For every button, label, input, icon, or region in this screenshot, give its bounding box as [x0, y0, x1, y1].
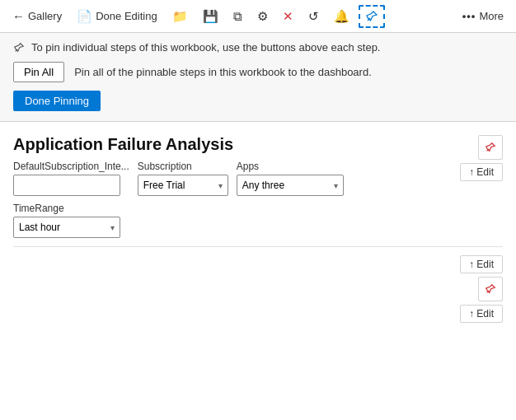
param-1-input[interactable] — [13, 175, 120, 196]
section-2-pin-button[interactable] — [478, 277, 503, 301]
section-2: ↑ Edit — [13, 277, 503, 326]
parameters-row: DefaultSubscription_Inte... Subscription… — [13, 161, 503, 196]
param-2-select[interactable]: Free Trial ▾ — [138, 175, 228, 196]
pin-all-description: Pin all of the pinnable steps in this wo… — [74, 66, 372, 78]
param-4-label: TimeRange — [13, 203, 120, 214]
section-1-pin-button[interactable] — [478, 135, 503, 160]
section-1-edit-button[interactable]: ↑ Edit — [460, 163, 503, 181]
pin-all-button[interactable]: Pin All — [13, 62, 64, 82]
more-section: ••• More — [457, 6, 509, 26]
refresh-icon: ↺ — [308, 9, 319, 24]
done-editing-label: Done Editing — [96, 10, 157, 22]
folder-button[interactable]: 📁 — [167, 5, 194, 28]
close-button[interactable]: ✕ — [277, 5, 299, 28]
pin-all-row: Pin All Pin all of the pinnable steps in… — [13, 62, 503, 82]
section-2-pin-icon — [485, 283, 496, 295]
notification-button[interactable]: 🔔 — [328, 5, 355, 28]
section-1: ↑ Edit Application Failure Analysis Defa… — [13, 135, 503, 238]
param-group-3: Apps Any three ▾ — [237, 161, 344, 196]
param-3-value: Any three — [242, 180, 284, 191]
edit-doc-icon: 📄 — [77, 9, 92, 24]
done-editing-button[interactable]: 📄 Done Editing — [71, 5, 162, 28]
param-1-label: DefaultSubscription_Inte... — [13, 161, 129, 172]
gear-icon: ⚙ — [257, 9, 268, 24]
folder-icon: 📁 — [172, 9, 188, 24]
separator-1 — [13, 246, 503, 247]
more-label: More — [479, 10, 504, 22]
section-1-title: Application Failure Analysis — [13, 135, 503, 154]
param-4-select[interactable]: Last hour ▾ — [13, 217, 120, 238]
bell-icon: 🔔 — [334, 9, 349, 24]
param-2-chevron-icon: ▾ — [218, 181, 223, 190]
param-3-chevron-icon: ▾ — [334, 181, 338, 190]
param-3-select[interactable]: Any three ▾ — [237, 175, 344, 196]
parameters-row-2: TimeRange Last hour ▾ — [13, 203, 503, 238]
section-1-actions: ↑ Edit — [460, 135, 503, 181]
pin-banner: To pin individual steps of this workbook… — [0, 33, 516, 122]
done-pinning-button[interactable]: Done Pinning — [13, 91, 101, 111]
param-group-1: DefaultSubscription_Inte... — [13, 161, 129, 196]
back-arrow-icon: ← — [12, 9, 25, 23]
section-1-pin-icon — [485, 142, 496, 153]
pin-instruction-text: To pin individual steps of this workbook… — [31, 41, 380, 54]
pin-dashboard-button[interactable] — [359, 5, 385, 28]
param-group-2: Subscription Free Trial ▾ — [138, 161, 228, 196]
param-group-4: TimeRange Last hour ▾ — [13, 203, 120, 238]
toolbar: ← Gallery 📄 Done Editing 📁 💾 ⧉ ⚙ ✕ ↺ 🔔 •… — [0, 0, 516, 33]
more-dots-icon: ••• — [462, 10, 476, 22]
copy-button[interactable]: ⧉ — [228, 5, 248, 28]
settings-button[interactable]: ⚙ — [251, 5, 274, 28]
more-button[interactable]: ••• More — [457, 6, 509, 26]
pin-instruction-row: To pin individual steps of this workbook… — [13, 41, 503, 54]
save-button[interactable]: 💾 — [197, 5, 224, 28]
param-2-value: Free Trial — [143, 180, 185, 191]
copy-icon: ⧉ — [233, 9, 242, 24]
param-2-label: Subscription — [138, 161, 228, 172]
close-icon: ✕ — [283, 9, 293, 24]
save-icon: 💾 — [203, 9, 218, 24]
gallery-button[interactable]: ← Gallery — [7, 5, 68, 27]
param-3-label: Apps — [237, 161, 344, 172]
gallery-label: Gallery — [28, 10, 62, 22]
pin-dashboard-icon — [365, 10, 378, 23]
main-content: ↑ Edit Application Failure Analysis Defa… — [0, 122, 516, 326]
param-4-value: Last hour — [19, 222, 60, 233]
refresh-button[interactable]: ↺ — [303, 5, 325, 28]
section-2-edit-button-top[interactable]: ↑ Edit — [460, 255, 503, 273]
pin-instruction-icon — [13, 42, 25, 54]
section-2-edit-button[interactable]: ↑ Edit — [460, 305, 503, 323]
param-4-chevron-icon: ▾ — [110, 223, 115, 232]
